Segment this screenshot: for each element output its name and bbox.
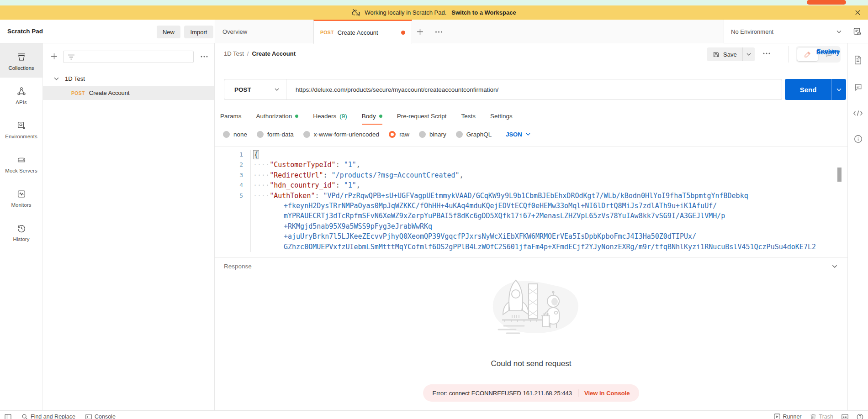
tab-pre-request-script[interactable]: Pre-request Script [397,107,447,125]
breadcrumb-collection[interactable]: 1D Test [224,50,244,57]
help-button[interactable] [857,414,863,419]
chevron-down-icon [836,88,842,91]
request-options-button[interactable] [763,52,770,54]
view-in-console-link[interactable]: View in Console [584,390,630,397]
tab-label: Pre-request Script [397,113,447,120]
chevron-down-icon [746,53,751,56]
code-lines: 1{2····"CustomerTypeId": "1",3····"Redir… [215,150,847,252]
tab-settings[interactable]: Settings [490,107,513,125]
line-number [215,242,250,252]
filter-input[interactable] [63,51,194,63]
console-label: Console [95,414,116,419]
response-collapse-button[interactable] [832,265,837,268]
two-pane-button[interactable] [842,414,848,419]
code-text: ····"AuthToken": "VPd/rPzRqwQPB+sU+UGFVa… [250,191,847,201]
app-header: Scratch Pad New Import Overview POST Cre… [0,20,868,43]
nav-history[interactable]: History [0,215,42,249]
info-button[interactable] [854,135,863,143]
comments-button[interactable] [854,83,863,92]
tab-authorization[interactable]: Authorization [256,107,299,125]
environment-quick-look-button[interactable] [852,27,862,37]
tab-label: Params [220,113,242,120]
configured-dot [295,115,298,118]
collections-options-button[interactable] [201,56,208,58]
body-type-graphql[interactable]: GraphQL [456,131,492,138]
chevron-down-icon [836,30,842,33]
collection-row[interactable]: 1D Test [43,72,214,85]
import-button[interactable]: Import [184,26,213,38]
runner-icon [774,414,780,419]
body-type-binary[interactable]: binary [419,131,446,138]
banner-close-icon[interactable] [855,10,861,16]
code-line[interactable]: 3····"RedirectUrl": "/products/?msg=Acco… [215,170,847,180]
console-button[interactable]: Console [85,414,116,419]
body-type-none[interactable]: none [223,131,247,138]
nav-collections[interactable]: Collections [0,43,42,78]
tab-create-account[interactable]: POST Create Account [313,20,412,44]
save-label: Save [723,51,737,58]
editor-scrollbar[interactable] [837,168,842,182]
line-number [215,231,250,241]
status-bar: Find and Replace Console Runner Trash [0,410,868,419]
add-collection-button[interactable] [51,53,58,60]
method-label: POST [234,86,251,93]
nav-environments[interactable]: Environments [0,112,42,146]
code-line[interactable]: +ajuUryBrkn7l5LJKeeZEcvvPjhyQ0XeomQP39Vg… [215,231,847,241]
find-and-replace-button[interactable]: Find and Replace [21,414,75,419]
code-line[interactable]: 4····"hdn_country_id": "1", [215,180,847,190]
send-dropdown-button[interactable] [831,79,846,100]
code-line[interactable]: 2····"CustomerTypeId": "1", [215,160,847,170]
url-input[interactable]: https://deluxe.com/products/secure/myacc… [286,86,782,93]
code-icon [853,110,863,116]
chevron-down-icon [832,265,837,268]
send-button[interactable]: Send [785,79,831,100]
nav-monitors[interactable]: Monitors [0,180,42,215]
nav-apis[interactable]: APIs [0,78,42,112]
language-selector[interactable]: JSON [506,131,530,138]
nav-mock-servers[interactable]: Mock Servers [0,146,42,180]
tab-headers[interactable]: Headers (9) [313,107,347,125]
tab-options-button[interactable] [435,31,443,33]
request-row[interactable]: POST Create Account [43,86,214,100]
body-type-label: binary [429,131,446,138]
tab-params[interactable]: Params [220,107,242,125]
edit-mode-button[interactable] [797,48,818,61]
save-dropdown-button[interactable] [742,47,755,61]
code-line[interactable]: +RKMgjd5nab95X9a5WSS9pFyg3eJrabWwRKq [215,221,847,231]
monitors-icon [16,189,26,199]
code-line[interactable]: mYPRAUECRTj3dTcRpfmSFvN6XeWZ9xZerpYuPBAI… [215,211,847,221]
code-snippet-button[interactable] [853,110,863,116]
tab-body[interactable]: Body [362,107,382,125]
empty-response-title: Could not send request [215,359,847,368]
body-type-raw[interactable]: raw [389,131,409,138]
runner-button[interactable]: Runner [774,414,802,419]
save-button[interactable]: Save [707,47,742,61]
new-button[interactable]: New [157,26,180,38]
documentation-button[interactable] [854,55,862,65]
plus-icon [417,28,423,35]
tab-tests[interactable]: Tests [461,107,476,125]
runner-label: Runner [783,414,802,419]
code-line[interactable]: 5····"AuthToken": "VPd/rPzRqwQPB+sU+UGFV… [215,191,847,201]
breadcrumb-request: Create Account [252,50,296,57]
method-selector[interactable]: POST [224,79,286,100]
tab-overview[interactable]: Overview [215,20,313,43]
sidebar-toggle-button[interactable] [5,414,11,419]
body-editor[interactable]: 1{2····"CustomerTypeId": "1",3····"Redir… [215,146,847,258]
code-text: GZhzc0OMUEPVxfzUIebmLSmMtttMqYCofmlf6OS2… [250,242,847,252]
trash-button[interactable]: Trash [810,414,834,419]
more-options-icon [763,52,770,54]
environment-quick-look-icon [852,27,862,37]
code-line[interactable]: 1{ [215,150,847,160]
new-tab-button[interactable] [417,28,423,35]
body-type-x-www-form-urlencoded[interactable]: x-www-form-urlencoded [303,131,379,138]
environment-selector[interactable]: No Environment [731,20,842,43]
error-message: Error: connect ECONNREFUSED 161.211.68.2… [433,390,572,397]
code-line[interactable]: +fkeynH2DysTRrNMPaOyas0MpJqWZKKC/fOhHH+4… [215,201,847,211]
beautify-link[interactable]: Beautify [816,49,840,56]
body-type-label: x-www-form-urlencoded [314,131,379,138]
code-line[interactable]: GZhzc0OMUEPVxfzUIebmLSmMtttMqYCofmlf6OS2… [215,242,847,252]
body-type-form-data[interactable]: form-data [257,131,294,138]
switch-workspace-link[interactable]: Switch to a Workspace [451,9,516,16]
find-and-replace-label: Find and Replace [31,414,75,419]
